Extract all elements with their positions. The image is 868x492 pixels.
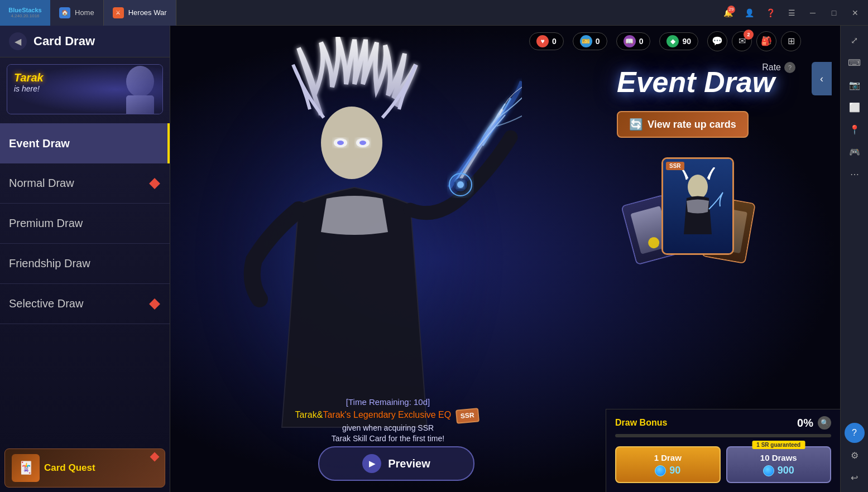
- top-bar-icons: 💬 ✉ 2 🎒 ⊞: [707, 31, 801, 51]
- legendary-eq-text: Tarak's Legendary Exclusive EQ: [323, 410, 451, 419]
- bs-logo-version: 4.240.20.1016: [11, 13, 39, 18]
- nav-label-normal-draw: Normal Draw: [9, 177, 74, 190]
- ticket2-value: 0: [639, 37, 644, 46]
- record-tool-btn[interactable]: ⬜: [845, 97, 865, 117]
- time-remaining: [Time Remaining: 10d]: [181, 397, 594, 407]
- multi-draw-btn[interactable]: 1 SR guaranteed 10 Draws 900: [726, 446, 832, 483]
- location-tool-btn[interactable]: 📍: [845, 119, 865, 139]
- multi-draw-cost-val: 900: [778, 465, 794, 476]
- currency-ticket1: 🎫 0: [573, 32, 607, 50]
- nav-item-friendship-draw[interactable]: Friendship Draw: [0, 244, 170, 284]
- nav-item-normal-draw[interactable]: Normal Draw: [0, 163, 170, 204]
- ticket1-value: 0: [596, 37, 600, 46]
- svg-rect-1: [126, 95, 154, 114]
- left-sidebar: ◀ Card Draw Tarak is here!: [0, 26, 170, 492]
- game-container: ◀ Card Draw Tarak is here!: [0, 26, 840, 492]
- rate-up-icon: 🔄: [629, 118, 643, 131]
- chat-icon-btn[interactable]: 💬: [707, 31, 727, 51]
- account-btn[interactable]: 👤: [741, 4, 757, 21]
- grid-icon-btn[interactable]: ⊞: [781, 31, 801, 51]
- view-rate-btn-label: View rate up cards: [648, 119, 736, 131]
- currency-ticket2: 📖 0: [616, 32, 651, 50]
- maximize-btn[interactable]: □: [826, 4, 842, 21]
- card-quest[interactable]: 🃏 Card Quest: [4, 448, 165, 488]
- preview-button[interactable]: ▶ Preview: [318, 446, 474, 481]
- bluestacks-logo: BlueStacks 4.240.20.1016: [0, 0, 50, 26]
- svg-point-10: [457, 181, 464, 188]
- currency-heart: ♥ 0: [529, 32, 564, 50]
- cards-display: SSR: [617, 149, 829, 261]
- bs-right-icons: 🔔 29 👤 ❓ ☰ ─ □ ✕: [720, 4, 868, 21]
- notification-count: 29: [727, 6, 735, 13]
- svg-point-11: [688, 175, 708, 199]
- multi-draw-cost: 900: [763, 465, 794, 476]
- preview-label: Preview: [388, 457, 430, 470]
- tarak-text: Tarak is here!: [14, 71, 44, 93]
- gem-value: 90: [682, 37, 691, 46]
- nav-item-selective-draw[interactable]: Selective Draw: [0, 284, 170, 324]
- sr-guaranteed-badge: 1 SR guaranteed: [752, 441, 805, 449]
- gem-icon-multi: [763, 465, 774, 476]
- main-content: ♥ 0 🎫 0 📖 0 ◆ 90 💬 ✉ 2 🎒: [170, 26, 840, 492]
- event-draw-title: Event Draw: [617, 67, 829, 97]
- single-draw-cost-val: 90: [669, 465, 680, 476]
- settings-tool-btn[interactable]: ⚙: [845, 445, 865, 465]
- nav-item-premium-draw[interactable]: Premium Draw: [0, 204, 170, 244]
- nav-item-event-draw[interactable]: Event Draw: [0, 123, 170, 163]
- multi-draw-label: 10 Draws: [760, 453, 797, 462]
- page-title: Card Draw: [33, 34, 95, 49]
- expand-tool-btn[interactable]: ⤢: [845, 30, 865, 50]
- ssr-inline-badge: SSR: [455, 408, 479, 423]
- svg-point-6: [337, 141, 344, 145]
- single-draw-btn[interactable]: 1 Draw 90: [615, 446, 721, 483]
- ticket2-icon: 📖: [624, 35, 636, 47]
- tarak-ref: Tarak&: [295, 410, 323, 419]
- back-button[interactable]: ◀: [9, 32, 27, 50]
- svg-point-7: [359, 141, 366, 145]
- draw-progress-bar: [615, 434, 831, 437]
- bs-right-sidebar: ⤢ ⌨ 📷 ⬜ 📍 🎮 ⋯ ? ⚙ ↩: [840, 26, 868, 492]
- draw-buttons: 1 Draw 90 1 SR guaranteed 10 Draws 900: [615, 446, 831, 483]
- screenshot-tool-btn[interactable]: 📷: [845, 75, 865, 95]
- notification-btn[interactable]: 🔔 29: [720, 4, 736, 21]
- card-quest-label: Card Quest: [44, 462, 95, 474]
- card-quest-icon: 🃏: [12, 454, 40, 482]
- gem-currency-icon: ◆: [666, 35, 679, 47]
- home-tab-icon: 🏠: [59, 7, 70, 18]
- mail-icon-btn[interactable]: ✉ 2: [732, 31, 752, 51]
- help-tool-btn[interactable]: ?: [845, 423, 865, 443]
- home-tab-label: Home: [75, 8, 94, 17]
- tab-home[interactable]: 🏠 Home: [50, 0, 104, 26]
- view-rate-up-cards-btn[interactable]: 🔄 View rate up cards: [617, 111, 749, 138]
- inventory-icon-btn[interactable]: 🎒: [756, 31, 776, 51]
- draw-bonus-label: Draw Bonus: [615, 418, 667, 428]
- bs-tabs: 🏠 Home ⚔ Heroes War: [50, 0, 176, 26]
- tarak-char-silhouette: [95, 65, 162, 114]
- draw-bonus-row: Draw Bonus 0% 🔍: [615, 416, 831, 430]
- close-btn[interactable]: ✕: [847, 4, 864, 21]
- menu-btn[interactable]: ☰: [783, 4, 800, 21]
- tab-heroes-war[interactable]: ⚔ Heroes War: [104, 0, 176, 26]
- more-tool-btn[interactable]: ⋯: [845, 164, 865, 184]
- feedback-tool-btn[interactable]: ↩: [845, 467, 865, 488]
- heroes-war-tab-label: Heroes War: [128, 8, 167, 17]
- tarak-subtitle: is here!: [14, 84, 44, 93]
- draw-bonus-value: 0%: [797, 417, 813, 430]
- nav-label-event-draw: Event Draw: [9, 137, 70, 150]
- card-main-ssr: SSR: [661, 157, 734, 255]
- nav-diamond-selective: [149, 298, 160, 310]
- single-draw-cost: 90: [655, 465, 680, 476]
- top-bar: ♥ 0 🎫 0 📖 0 ◆ 90 💬 ✉ 2 🎒: [170, 26, 840, 56]
- heart-value: 0: [552, 37, 557, 46]
- minimize-btn[interactable]: ─: [804, 4, 821, 21]
- svg-point-0: [126, 66, 154, 97]
- gem-icon-single: [655, 465, 666, 476]
- gamepad-tool-btn[interactable]: 🎮: [845, 142, 865, 162]
- keyboard-tool-btn[interactable]: ⌨: [845, 52, 865, 73]
- draw-bonus-search-btn[interactable]: 🔍: [818, 416, 831, 430]
- help-btn[interactable]: ❓: [762, 4, 779, 21]
- tarak-banner[interactable]: Tarak is here!: [7, 64, 163, 114]
- event-description: [Time Remaining: 10d] Tarak&Tarak's Lege…: [181, 397, 594, 445]
- card-ssr-badge: SSR: [666, 162, 684, 170]
- card-hero-image: [670, 167, 726, 245]
